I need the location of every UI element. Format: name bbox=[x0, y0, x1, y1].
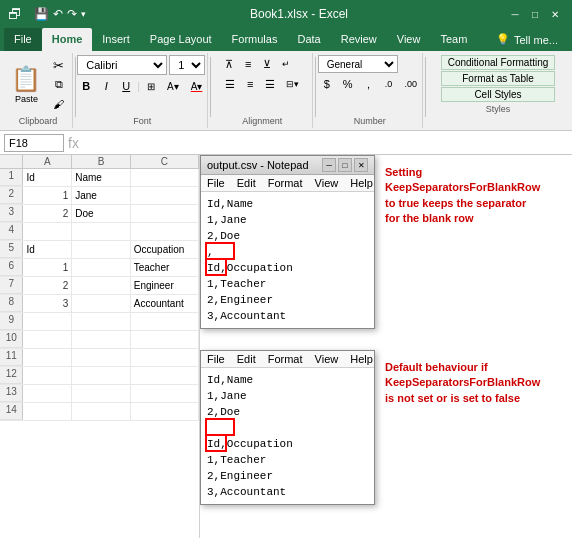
cell-c8[interactable]: Accountant bbox=[131, 295, 199, 312]
cell-c3[interactable] bbox=[131, 205, 199, 222]
col-b-header[interactable]: B bbox=[72, 155, 131, 168]
cell-a8[interactable]: 3 bbox=[23, 295, 72, 312]
col-a-header[interactable]: A bbox=[23, 155, 72, 168]
tell-me[interactable]: 💡 Tell me... bbox=[486, 28, 568, 51]
cell-styles-button[interactable]: Cell Styles bbox=[441, 87, 556, 102]
format-painter-button[interactable]: 🖌 bbox=[48, 95, 69, 113]
font-name-dropdown[interactable]: Calibri bbox=[77, 55, 167, 75]
format-as-table-button[interactable]: Format as Table bbox=[441, 71, 556, 86]
cell-a2[interactable]: 1 bbox=[23, 187, 72, 204]
notepad1-view[interactable]: View bbox=[313, 176, 341, 190]
notepad2-format[interactable]: Format bbox=[266, 352, 305, 366]
comma-button[interactable]: , bbox=[359, 75, 377, 93]
cell-b1[interactable]: Name bbox=[72, 169, 131, 186]
italic-button[interactable]: I bbox=[97, 77, 115, 95]
cell-a3[interactable]: 2 bbox=[23, 205, 72, 222]
tab-data[interactable]: Data bbox=[287, 28, 330, 51]
cell-reference-input[interactable] bbox=[4, 134, 64, 152]
cell-b9[interactable] bbox=[72, 313, 131, 330]
cell-c14[interactable] bbox=[131, 403, 199, 420]
cell-b3[interactable]: Doe bbox=[72, 205, 131, 222]
cell-a13[interactable] bbox=[23, 385, 72, 402]
col-c-header[interactable]: C bbox=[131, 155, 199, 168]
close-button[interactable]: ✕ bbox=[546, 5, 564, 23]
cell-b7[interactable] bbox=[72, 277, 131, 294]
merge-button[interactable]: ⊟▾ bbox=[281, 75, 304, 93]
minimize-button[interactable]: ─ bbox=[506, 5, 524, 23]
formula-input[interactable] bbox=[83, 136, 568, 150]
cell-b5[interactable] bbox=[72, 241, 131, 258]
cell-c11[interactable] bbox=[131, 349, 199, 366]
cell-a14[interactable] bbox=[23, 403, 72, 420]
cell-c4[interactable] bbox=[131, 223, 199, 240]
align-left-button[interactable]: ☰ bbox=[220, 75, 240, 93]
cell-a10[interactable] bbox=[23, 331, 72, 348]
cell-c2[interactable] bbox=[131, 187, 199, 204]
cell-b11[interactable] bbox=[72, 349, 131, 366]
cell-a1[interactable]: Id bbox=[23, 169, 72, 186]
cut-button[interactable]: ✂ bbox=[48, 57, 69, 75]
cell-a11[interactable] bbox=[23, 349, 72, 366]
notepad2-file[interactable]: File bbox=[205, 352, 227, 366]
copy-button[interactable]: ⧉ bbox=[48, 76, 69, 94]
quick-save-button[interactable]: 💾 bbox=[34, 7, 49, 21]
currency-button[interactable]: $ bbox=[318, 75, 336, 93]
align-top-button[interactable]: ⊼ bbox=[220, 55, 238, 73]
notepad1-help[interactable]: Help bbox=[348, 176, 375, 190]
cell-c13[interactable] bbox=[131, 385, 199, 402]
cell-b4[interactable] bbox=[72, 223, 131, 240]
cell-c12[interactable] bbox=[131, 367, 199, 384]
cell-a7[interactable]: 2 bbox=[23, 277, 72, 294]
font-color-button[interactable]: A▾ bbox=[186, 77, 208, 95]
cell-a6[interactable]: 1 bbox=[23, 259, 72, 276]
notepad2-view[interactable]: View bbox=[313, 352, 341, 366]
fill-color-button[interactable]: A▾ bbox=[162, 77, 184, 95]
cell-a5[interactable]: Id bbox=[23, 241, 72, 258]
tab-page-layout[interactable]: Page Layout bbox=[140, 28, 222, 51]
tab-team[interactable]: Team bbox=[430, 28, 477, 51]
tab-formulas[interactable]: Formulas bbox=[222, 28, 288, 51]
paste-button[interactable]: 📋 Paste bbox=[6, 62, 46, 107]
notepad1-maximize[interactable]: □ bbox=[338, 158, 352, 172]
cell-c1[interactable] bbox=[131, 169, 199, 186]
wrap-text-button[interactable]: ↵ bbox=[277, 55, 295, 73]
bold-button[interactable]: B bbox=[77, 77, 95, 95]
tab-file[interactable]: File bbox=[4, 28, 42, 51]
cell-c9[interactable] bbox=[131, 313, 199, 330]
align-middle-button[interactable]: ≡ bbox=[239, 55, 257, 73]
notepad2-edit[interactable]: Edit bbox=[235, 352, 258, 366]
notepad1-close[interactable]: ✕ bbox=[354, 158, 368, 172]
underline-button[interactable]: U bbox=[117, 77, 135, 95]
font-size-dropdown[interactable]: 11 bbox=[169, 55, 205, 75]
quick-access-dropdown[interactable]: ▾ bbox=[81, 9, 86, 19]
notepad1-file[interactable]: File bbox=[205, 176, 227, 190]
cell-b8[interactable] bbox=[72, 295, 131, 312]
cell-a12[interactable] bbox=[23, 367, 72, 384]
cell-b12[interactable] bbox=[72, 367, 131, 384]
notepad2-help[interactable]: Help bbox=[348, 352, 375, 366]
cell-b6[interactable] bbox=[72, 259, 131, 276]
conditional-formatting-button[interactable]: Conditional Formatting bbox=[441, 55, 556, 70]
tab-view[interactable]: View bbox=[387, 28, 431, 51]
tab-insert[interactable]: Insert bbox=[92, 28, 140, 51]
increase-decimal-button[interactable]: .00 bbox=[399, 75, 422, 93]
cell-a4[interactable] bbox=[23, 223, 72, 240]
number-format-dropdown[interactable]: General bbox=[318, 55, 398, 73]
notepad1-format[interactable]: Format bbox=[266, 176, 305, 190]
redo-button[interactable]: ↷ bbox=[67, 7, 77, 21]
cell-c6[interactable]: Teacher bbox=[131, 259, 199, 276]
cell-b10[interactable] bbox=[72, 331, 131, 348]
align-bottom-button[interactable]: ⊻ bbox=[258, 55, 276, 73]
tab-review[interactable]: Review bbox=[331, 28, 387, 51]
decrease-decimal-button[interactable]: .0 bbox=[379, 75, 397, 93]
maximize-button[interactable]: □ bbox=[526, 5, 544, 23]
notepad1-minimize[interactable]: ─ bbox=[322, 158, 336, 172]
cell-b13[interactable] bbox=[72, 385, 131, 402]
cell-b2[interactable]: Jane bbox=[72, 187, 131, 204]
align-center-button[interactable]: ≡ bbox=[241, 75, 259, 93]
cell-a9[interactable] bbox=[23, 313, 72, 330]
undo-button[interactable]: ↶ bbox=[53, 7, 63, 21]
tab-home[interactable]: Home bbox=[42, 28, 93, 51]
notepad1-edit[interactable]: Edit bbox=[235, 176, 258, 190]
percent-button[interactable]: % bbox=[338, 75, 358, 93]
